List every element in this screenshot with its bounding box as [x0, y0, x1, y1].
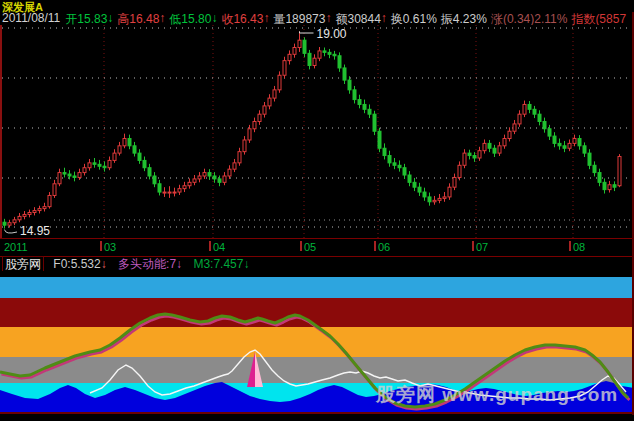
- candle-body: [473, 156, 476, 158]
- time-axis: 2011030405060708: [0, 238, 634, 257]
- candle-body: [353, 90, 356, 100]
- candle-body: [593, 165, 596, 172]
- candle-body: [118, 146, 121, 153]
- axis-label-04: 04: [213, 241, 225, 253]
- candles-group: [3, 31, 621, 228]
- candle-body: [8, 223, 11, 225]
- quote-field: 低15.80↓: [169, 12, 217, 25]
- candle-body: [598, 173, 601, 183]
- stock-app-window: 深发展A 2011/08/11开15.83↓高16.48↑低15.80↓收16.…: [0, 0, 634, 421]
- indicator-header: 股旁网 F0:5.532↓ 多头动能:7↓ M3:7.457↓: [2, 256, 632, 271]
- candle-body: [563, 146, 566, 148]
- trend-arrow-icon: ↑: [381, 11, 387, 25]
- candle-body: [43, 207, 46, 209]
- candle-body: [103, 166, 106, 167]
- candle-body: [218, 179, 221, 182]
- candle-body: [573, 139, 576, 144]
- candle-body: [363, 104, 366, 109]
- candle-body: [223, 176, 226, 182]
- candle-body: [398, 165, 401, 167]
- candle-body: [293, 47, 296, 54]
- candle-body: [298, 40, 301, 47]
- candle-body: [558, 143, 561, 145]
- quote-fields: 开15.83↓高16.48↑低15.80↓收16.43↑量189873↑额308…: [65, 11, 630, 25]
- candle-body: [18, 216, 21, 219]
- candle-body: [233, 163, 236, 169]
- quote-field: 量189873↑: [273, 12, 331, 25]
- candle-body: [178, 189, 181, 192]
- candle-body: [23, 214, 26, 216]
- candle-body: [208, 173, 211, 176]
- trend-arrow-icon: ↑: [263, 11, 269, 25]
- indicator-panel-chart[interactable]: [0, 271, 634, 421]
- quote-field: 开15.83↓: [65, 12, 113, 25]
- candle-body: [28, 213, 31, 215]
- candle-body: [403, 168, 406, 175]
- candle-body: [328, 52, 331, 54]
- quote-date: 2011/08/11: [2, 11, 60, 25]
- candle-body: [458, 165, 461, 177]
- indicator-band: [0, 412, 634, 414]
- candle-body: [158, 184, 161, 192]
- candle-body: [578, 139, 581, 146]
- candle-body: [13, 220, 16, 223]
- quote-field: 指数(5857: [571, 12, 626, 25]
- candle-body: [618, 157, 621, 186]
- candle-body: [203, 173, 206, 176]
- candle-body: [373, 114, 376, 131]
- quote-field: 高16.48↑: [117, 12, 165, 25]
- candle-body: [113, 153, 116, 160]
- indicator-band: [0, 357, 634, 383]
- candle-body: [533, 109, 536, 114]
- candle-body: [468, 153, 471, 155]
- candle-body: [453, 177, 456, 187]
- candle-body: [358, 100, 361, 105]
- quote-field: 涨(0.34)2.11%: [491, 12, 567, 25]
- candle-body: [503, 139, 506, 146]
- candle-body: [153, 176, 156, 184]
- candle-body: [433, 200, 436, 201]
- candle-body: [198, 176, 201, 179]
- candle-body: [283, 61, 286, 76]
- candle-body: [98, 164, 101, 166]
- candle-body: [263, 106, 266, 114]
- low-annotation: 14.95: [5, 220, 631, 238]
- indicator-band: [0, 298, 634, 327]
- quote-field: 振4.23%: [441, 12, 487, 25]
- candle-body: [463, 153, 466, 165]
- candle-body: [68, 174, 71, 176]
- indicator-m3-text: M3:7.457: [193, 257, 243, 271]
- candle-body: [313, 58, 316, 65]
- candle-body: [48, 195, 51, 206]
- candle-body: [413, 182, 416, 187]
- indicator-band: [0, 277, 634, 298]
- chart-left-border: [0, 25, 2, 238]
- candle-body: [123, 139, 126, 146]
- candle-body: [498, 146, 501, 153]
- candle-body: [323, 51, 326, 52]
- candle-body: [258, 114, 261, 121]
- gridlines: [2, 25, 631, 238]
- indicator-momentum-text: 多头动能:7: [118, 257, 176, 271]
- trend-arrow-icon: ↑: [159, 11, 165, 25]
- candle-body: [228, 169, 231, 176]
- candle-body: [3, 222, 6, 225]
- candle-body: [93, 163, 96, 164]
- candle-body: [78, 173, 81, 178]
- candle-body: [528, 104, 531, 109]
- candle-body: [538, 114, 541, 121]
- candle-body: [318, 51, 321, 58]
- candle-body: [553, 136, 556, 143]
- high-annotation: 19.00: [300, 27, 347, 41]
- indicator-f0-text: F0:5.532: [53, 257, 100, 271]
- candle-body: [443, 197, 446, 198]
- candle-body: [583, 146, 586, 153]
- candle-body: [88, 163, 91, 168]
- axis-label-07: 07: [476, 241, 488, 253]
- candle-body: [133, 146, 136, 153]
- axis-tick-mark: [300, 241, 302, 251]
- candle-body: [278, 75, 281, 90]
- quote-field: 收16.43↑: [221, 12, 269, 25]
- candlestick-chart[interactable]: 19.0014.95: [0, 25, 634, 238]
- candle-body: [548, 129, 551, 136]
